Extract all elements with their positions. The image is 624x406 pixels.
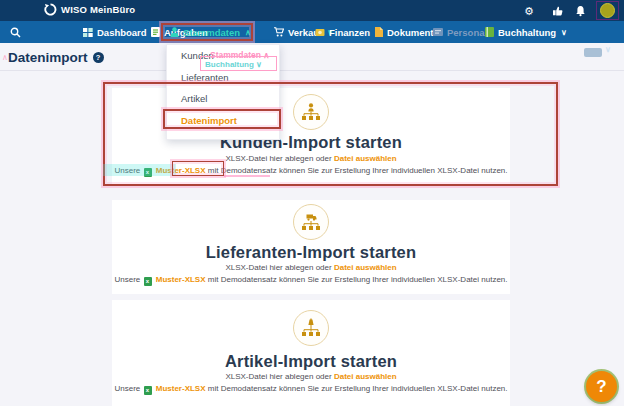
menu-item-datenimport[interactable]: Datenimport bbox=[167, 110, 281, 132]
feedback-thumb-icon[interactable] bbox=[551, 4, 565, 18]
app-logo[interactable]: WISO MeinBüro bbox=[44, 3, 135, 16]
note-suffix: mit Demodatensatz können Sie zur Erstell… bbox=[208, 275, 508, 284]
notifications-bell-icon[interactable] bbox=[573, 4, 587, 18]
note-suffix: mit Demodatensatz können Sie zur Erstell… bbox=[208, 384, 508, 393]
nav-label: Personal bbox=[447, 27, 487, 38]
nav-item-dashboard[interactable]: Dashboard bbox=[83, 21, 147, 43]
note-prefix: Unsere bbox=[114, 166, 140, 175]
personal-icon bbox=[433, 28, 443, 36]
choose-file-link[interactable]: Datei auswählen bbox=[334, 372, 397, 381]
artikel-hierarchy-icon bbox=[293, 310, 329, 346]
money-icon bbox=[315, 27, 325, 37]
choose-file-link[interactable]: Datei auswählen bbox=[334, 154, 397, 163]
app-window: WISO MeinBüro ⚙ Dashboard Aufgaben Stamm… bbox=[0, 0, 624, 406]
note-line: Unsere x Muster-XLSX mit Demodatensatz k… bbox=[112, 166, 510, 177]
person-icon bbox=[170, 27, 179, 37]
document-icon bbox=[375, 27, 383, 37]
settings-gear-icon[interactable]: ⚙ bbox=[522, 4, 536, 18]
kunden-hierarchy-icon bbox=[293, 94, 329, 130]
nav-label: Finanzen bbox=[329, 27, 370, 38]
cart-icon bbox=[274, 27, 284, 37]
info-badge-icon[interactable]: ? bbox=[93, 52, 104, 63]
page-title: Datenimport bbox=[8, 50, 88, 65]
note-suffix: mit Demodatensatz können Sie zur Erstell… bbox=[208, 166, 508, 175]
diff-ghost-caret: ∧ bbox=[2, 53, 8, 62]
chevron-up-icon: ∧ bbox=[245, 28, 251, 37]
nav-label: Dokumente bbox=[387, 27, 439, 38]
nav-label: Buchhaltung bbox=[498, 27, 556, 38]
drop-text: XLSX-Datei hier ablegen oder bbox=[225, 263, 331, 272]
drop-text: XLSX-Datei hier ablegen oder bbox=[225, 372, 331, 381]
menu-item-kunden[interactable]: Kunden bbox=[167, 45, 281, 67]
tasks-icon bbox=[151, 27, 160, 37]
nav-item-buchhaltung[interactable]: Buchhaltung ∨ bbox=[485, 21, 567, 43]
note-prefix: Unsere bbox=[114, 384, 140, 393]
book-icon bbox=[485, 27, 494, 37]
nav-item-personal[interactable]: Personal bbox=[433, 21, 487, 43]
nav-item-stammdaten[interactable]: Stammdaten ∧ bbox=[170, 21, 251, 43]
menu-item-lieferanten[interactable]: Lieferanten bbox=[167, 67, 281, 89]
note-prefix: Unsere bbox=[114, 275, 140, 284]
dropzone-line: XLSX-Datei hier ablegen oder Datei auswä… bbox=[112, 263, 510, 272]
muster-xlsx-link[interactable]: Muster-XLSX bbox=[156, 275, 206, 284]
lieferanten-hierarchy-icon bbox=[293, 204, 329, 240]
stammdaten-dropdown-menu: Kunden Lieferanten Artikel Datenimport bbox=[166, 44, 280, 140]
note-line: Unsere x Muster-XLSX mit Demodatensatz k… bbox=[112, 384, 510, 395]
logo-icon bbox=[44, 3, 57, 16]
avatar-diff-annotation bbox=[596, 1, 619, 20]
dashboard-icon bbox=[83, 28, 93, 37]
section-heading: Artikel-Import starten bbox=[112, 352, 510, 371]
muster-xlsx-link[interactable]: Muster-XLSX bbox=[156, 384, 206, 393]
note-line: Unsere x Muster-XLSX mit Demodatensatz k… bbox=[112, 275, 510, 286]
dropzone-line: XLSX-Datei hier ablegen oder Datei auswä… bbox=[112, 154, 510, 163]
chevron-down-icon: ∨ bbox=[561, 28, 567, 37]
nav-item-finanzen[interactable]: Finanzen ∨ bbox=[315, 21, 381, 43]
dropzone-line: XLSX-Datei hier ablegen oder Datei auswä… bbox=[112, 372, 510, 381]
help-button[interactable]: ? bbox=[586, 371, 617, 402]
nav-label: Stammdaten bbox=[183, 27, 240, 38]
section-heading: Lieferanten-Import starten bbox=[112, 243, 510, 262]
muster-xlsx-link[interactable]: Muster-XLSX bbox=[156, 166, 206, 175]
nav-more-pill[interactable] bbox=[584, 48, 602, 57]
header-divider bbox=[0, 70, 624, 71]
choose-file-link[interactable]: Datei auswählen bbox=[334, 263, 397, 272]
menu-item-artikel[interactable]: Artikel bbox=[167, 88, 281, 110]
main-nav: Dashboard Aufgaben Stammdaten ∧ Verkauf … bbox=[0, 21, 624, 43]
nav-label: Dashboard bbox=[97, 27, 147, 38]
top-bar: WISO MeinBüro ⚙ bbox=[0, 0, 624, 21]
chevron-down-icon[interactable]: ∨ bbox=[605, 45, 611, 54]
excel-file-icon: x bbox=[144, 277, 152, 286]
nav-item-dokumente[interactable]: Dokumente bbox=[375, 21, 439, 43]
app-name: WISO MeinBüro bbox=[61, 4, 135, 15]
excel-file-icon: x bbox=[144, 168, 152, 177]
artikel-import-card[interactable]: Artikel-Import starten XLSX-Datei hier a… bbox=[112, 300, 510, 406]
drop-text: XLSX-Datei hier ablegen oder bbox=[225, 154, 331, 163]
search-icon[interactable] bbox=[10, 21, 21, 43]
excel-file-icon: x bbox=[144, 386, 152, 395]
lieferanten-import-card[interactable]: Lieferanten-Import starten XLSX-Datei hi… bbox=[112, 200, 510, 294]
